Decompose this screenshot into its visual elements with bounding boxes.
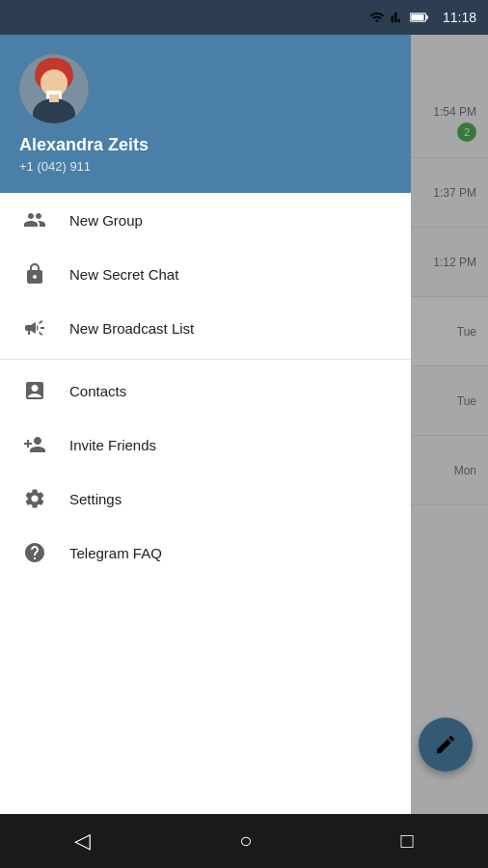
svg-rect-8	[411, 14, 423, 20]
navigation-bar: ◁ ○ □	[0, 814, 488, 868]
menu-item-new-group[interactable]: New Group	[0, 193, 411, 247]
person-icon	[19, 375, 50, 406]
user-avatar	[19, 54, 89, 123]
group-icon	[19, 204, 50, 235]
help-icon	[19, 537, 50, 568]
status-time: 11:18	[443, 10, 476, 25]
recents-button[interactable]: □	[401, 828, 414, 854]
signal-icon	[391, 10, 404, 25]
navigation-drawer: Alexandra Zeits +1 (042) 911 New Group N…	[0, 35, 411, 833]
home-button[interactable]: ○	[239, 828, 252, 854]
svg-rect-9	[426, 15, 428, 19]
menu-item-invite-friends[interactable]: Invite Friends	[0, 418, 411, 472]
menu-label: New Group	[69, 212, 143, 229]
battery-icon	[410, 12, 429, 23]
menu-item-new-broadcast[interactable]: New Broadcast List	[0, 301, 411, 355]
wifi-icon	[369, 10, 385, 25]
megaphone-icon	[19, 312, 50, 343]
svg-rect-6	[49, 95, 59, 102]
back-button[interactable]: ◁	[74, 828, 91, 854]
settings-icon	[19, 483, 50, 514]
person-add-icon	[19, 429, 50, 460]
menu-label: New Broadcast List	[69, 320, 194, 337]
menu-divider	[0, 359, 411, 360]
menu-label: Settings	[69, 491, 122, 507]
drawer-header: Alexandra Zeits +1 (042) 911	[0, 35, 411, 193]
menu-item-new-secret-chat[interactable]: New Secret Chat	[0, 247, 411, 301]
menu-label: Telegram FAQ	[69, 545, 162, 561]
menu-item-settings[interactable]: Settings	[0, 472, 411, 526]
menu-label: Contacts	[69, 383, 126, 399]
user-phone: +1 (042) 911	[19, 159, 392, 174]
user-name: Alexandra Zeits	[19, 135, 392, 155]
status-bar: 11:18	[0, 0, 488, 35]
lock-icon	[19, 258, 50, 289]
menu-item-contacts[interactable]: Contacts	[0, 364, 411, 418]
status-icons: 11:18	[369, 10, 476, 25]
menu-item-faq[interactable]: Telegram FAQ	[0, 526, 411, 580]
menu-label: Invite Friends	[69, 437, 156, 453]
menu-label: New Secret Chat	[69, 266, 178, 283]
